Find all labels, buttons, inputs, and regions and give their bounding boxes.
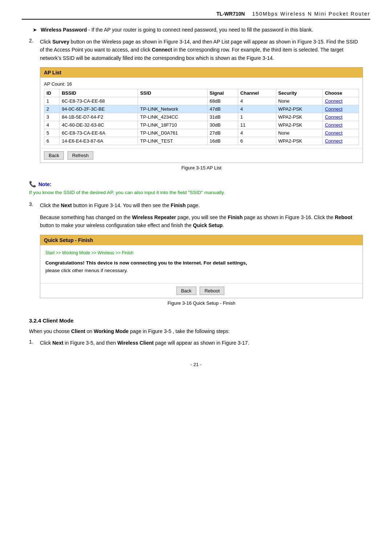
breadcrumb-nav: Start >> Working Mode >> Wireless >> Fin… bbox=[45, 250, 358, 255]
col-id: ID bbox=[44, 89, 60, 97]
wireless-client-bold: Wireless Client bbox=[117, 340, 154, 346]
cell-id: 3 bbox=[44, 113, 60, 121]
main-content: ➤ Wireless Password - If the AP your rou… bbox=[22, 27, 370, 351]
cell-id: 6 bbox=[44, 137, 60, 145]
refresh-button-ap[interactable]: Refresh bbox=[68, 151, 94, 160]
figure-16-caption: Figure 3-16 Quick Setup - Finish bbox=[40, 300, 363, 306]
note-label: Note: bbox=[38, 181, 52, 187]
congrats-bold: Congratulations! This device is now conn… bbox=[45, 260, 247, 266]
next-bold-1: Next bbox=[61, 202, 72, 208]
wireless-repeater-bold: Wireless Repeater bbox=[132, 214, 176, 220]
cell-security: WPA2-PSK bbox=[276, 105, 323, 113]
table-row: 16C-E8-73-CA-EE-6868dB4NoneConnect bbox=[44, 97, 359, 105]
step-2-text: Click Survey button on the Wireless page… bbox=[40, 38, 363, 62]
ap-count: AP Count: 16 bbox=[44, 81, 359, 87]
cell-security: WPA2-PSK bbox=[276, 121, 323, 129]
cell-signal: 47dB bbox=[207, 105, 238, 113]
cell-ssid bbox=[138, 97, 207, 105]
col-signal: Signal bbox=[207, 89, 238, 97]
client-bold: Client bbox=[71, 328, 85, 334]
reboot-button-qs[interactable]: Reboot bbox=[200, 287, 224, 295]
cell-connect[interactable]: Connect bbox=[323, 97, 359, 105]
survey-bold: Survey bbox=[52, 39, 69, 45]
note-title: 📞 Note: bbox=[29, 181, 363, 188]
cell-connect[interactable]: Connect bbox=[323, 121, 359, 129]
cell-ssid: TP-LINK_18F710 bbox=[138, 121, 207, 129]
cell-connect[interactable]: Connect bbox=[323, 129, 359, 137]
note-section: 📞 Note: If you know the SSID of the desi… bbox=[29, 181, 363, 196]
cell-signal: 27dB bbox=[207, 129, 238, 137]
ap-list-table: ID BSSID SSID Signal Channel Security Ch… bbox=[44, 89, 359, 145]
ap-list-tbody: 16C-E8-73-CA-EE-6868dB4NoneConnect294-0C… bbox=[44, 97, 359, 145]
step-client-1-content: Click Next in Figure 3-5, and then Wirel… bbox=[40, 339, 363, 350]
step-3-text2: Because something has changed on the Wir… bbox=[40, 213, 363, 230]
table-row: 294-0C-6D-2F-3C-BETP-LINK_Network47dB4WP… bbox=[44, 105, 359, 113]
cell-id: 5 bbox=[44, 129, 60, 137]
cell-bssid: 14-E6-E4-E3-87-6A bbox=[60, 137, 138, 145]
note-icon: 📞 bbox=[29, 181, 36, 188]
next-bold-client: Next bbox=[52, 340, 63, 346]
cell-security: None bbox=[276, 97, 323, 105]
step-2-content: Click Survey button on the Wireless page… bbox=[40, 38, 363, 176]
figure-15-caption: Figure 3-15 AP List bbox=[40, 165, 363, 171]
quick-setup-header: Quick Setup - Finish bbox=[40, 235, 363, 245]
step-3-content: Click the Next button in Figure 3-14. Yo… bbox=[40, 201, 363, 311]
page-header: TL-WR710N 150Mbps Wireless N Mini Pocket… bbox=[22, 11, 370, 20]
table-row: 384-1B-5E-D7-64-F2TP-LINK_4234CC31dB1WPA… bbox=[44, 113, 359, 121]
quick-setup-bold: Quick Setup bbox=[193, 222, 223, 228]
client-mode-intro: When you choose Client on Working Mode p… bbox=[29, 327, 363, 335]
congrats-text: Congratulations! This device is now conn… bbox=[45, 259, 358, 275]
step-2-number: 2. bbox=[29, 38, 40, 176]
connect-bold: Connect bbox=[152, 47, 172, 53]
col-bssid: BSSID bbox=[60, 89, 138, 97]
ap-list-body: AP Count: 16 ID BSSID SSID Signal Channe… bbox=[40, 78, 363, 147]
wireless-password-desc: - If the AP your router is going to conn… bbox=[87, 27, 313, 33]
cell-ssid: TP-LINK_TEST bbox=[138, 137, 207, 145]
table-row: 56C-E8-73-CA-EE-6ATP-LINK_D0A76127dB4Non… bbox=[44, 129, 359, 137]
col-choose: Choose bbox=[323, 89, 359, 97]
cell-connect[interactable]: Connect bbox=[323, 113, 359, 121]
cell-connect[interactable]: Connect bbox=[323, 105, 359, 113]
finish-bold-1: Finish bbox=[171, 202, 185, 208]
working-mode-bold: Working Mode bbox=[94, 328, 128, 334]
cell-bssid: 84-1B-5E-D7-64-F2 bbox=[60, 113, 138, 121]
product-title: 150Mbps Wireless N Mini Pocket Router bbox=[252, 11, 370, 17]
table-row: 44C-60-DE-32-63-8CTP-LINK_18F71030dB11WP… bbox=[44, 121, 359, 129]
step-2: 2. Click Survey button on the Wireless p… bbox=[29, 38, 363, 176]
back-button-ap[interactable]: Back bbox=[44, 151, 64, 160]
wireless-password-label: Wireless Password bbox=[41, 27, 87, 33]
cell-bssid: 6C-E8-73-CA-EE-6A bbox=[60, 129, 138, 137]
reboot-bold: Reboot bbox=[335, 214, 352, 220]
col-security: Security bbox=[276, 89, 323, 97]
cell-security: None bbox=[276, 129, 323, 137]
ap-list-container: AP List AP Count: 16 ID BSSID SSID Signa… bbox=[40, 67, 363, 163]
cell-bssid: 4C-60-DE-32-63-8C bbox=[60, 121, 138, 129]
step-3-text1: Click the Next button in Figure 3-14. Yo… bbox=[40, 201, 363, 209]
cell-id: 4 bbox=[44, 121, 60, 129]
bullet-arrow-icon: ➤ bbox=[33, 27, 37, 33]
step-3: 3. Click the Next button in Figure 3-14.… bbox=[29, 201, 363, 311]
cell-channel: 4 bbox=[238, 97, 276, 105]
step-3-number: 3. bbox=[29, 201, 40, 311]
ap-list-header-row: ID BSSID SSID Signal Channel Security Ch… bbox=[44, 89, 359, 97]
cell-bssid: 94-0C-6D-2F-3C-BE bbox=[60, 105, 138, 113]
quick-setup-container: Quick Setup - Finish Start >> Working Mo… bbox=[40, 235, 363, 298]
ap-list-header: AP List bbox=[40, 67, 363, 78]
cell-security: WPA2-PSK bbox=[276, 113, 323, 121]
cell-channel: 1 bbox=[238, 113, 276, 121]
cell-ssid: TP-LINK_4234CC bbox=[138, 113, 207, 121]
cell-signal: 31dB bbox=[207, 113, 238, 121]
step-client-1: 1. Click Next in Figure 3-5, and then Wi… bbox=[29, 339, 363, 350]
col-channel: Channel bbox=[238, 89, 276, 97]
model-number: TL-WR710N bbox=[216, 11, 245, 17]
cell-channel: 4 bbox=[238, 105, 276, 113]
cell-security: WPA2-PSK bbox=[276, 137, 323, 145]
quick-setup-footer: Back Reboot bbox=[40, 283, 363, 298]
note-text: If you know the SSID of the desired AP, … bbox=[29, 189, 363, 196]
cell-channel: 4 bbox=[238, 129, 276, 137]
back-button-qs[interactable]: Back bbox=[176, 287, 196, 295]
cell-bssid: 6C-E8-73-CA-EE-68 bbox=[60, 97, 138, 105]
cell-signal: 16dB bbox=[207, 137, 238, 145]
cell-ssid: TP-LINK_Network bbox=[138, 105, 207, 113]
cell-connect[interactable]: Connect bbox=[323, 137, 359, 145]
